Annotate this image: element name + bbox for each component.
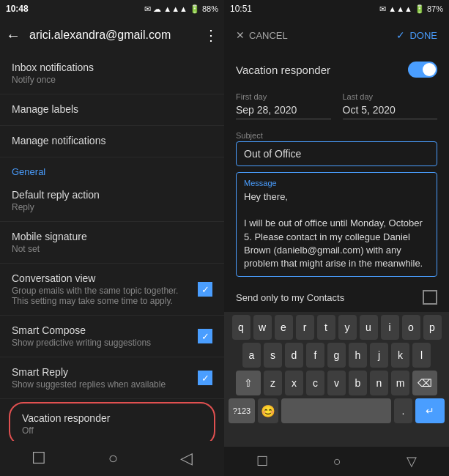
left-panel: 10:48 ✉ ☁ ▲▲▲ 🔋 88% ← arici.alexandra@gm… <box>0 0 224 476</box>
left-nav-circle[interactable]: ○ <box>108 449 118 468</box>
smart-compose-checkbox[interactable]: ✓ <box>198 329 212 343</box>
enter-key[interactable]: ↵ <box>415 398 445 423</box>
space-key[interactable] <box>281 398 391 423</box>
key-f[interactable]: f <box>306 343 324 368</box>
left-status-icons: ✉ ☁ ▲▲▲ 🔋 88% <box>144 4 218 14</box>
smart-reply-checkbox[interactable]: ✓ <box>198 371 212 385</box>
key-a[interactable]: a <box>242 343 261 368</box>
key-d[interactable]: d <box>285 343 303 368</box>
key-s[interactable]: s <box>264 343 282 368</box>
key-z[interactable]: z <box>264 371 282 395</box>
right-nav-circle[interactable]: ○ <box>333 454 341 469</box>
first-day-value: Sep 28, 2020 <box>236 104 331 116</box>
first-day-field[interactable]: First day Sep 28, 2020 <box>236 92 331 119</box>
conversation-view-item[interactable]: Conversation view Group emails with the … <box>0 264 224 316</box>
shift-key[interactable]: ⇧ <box>236 371 261 395</box>
last-day-field[interactable]: Last day Oct 5, 2020 <box>343 92 438 119</box>
subject-label: Subject <box>236 131 437 140</box>
contacts-row: Send only to my Contacts <box>224 283 449 312</box>
key-n[interactable]: n <box>370 371 388 395</box>
cancel-x-icon: ✕ <box>236 29 245 41</box>
manage-labels-item[interactable]: Manage labels <box>0 94 224 126</box>
manage-labels-title: Manage labels <box>12 103 212 115</box>
first-day-label: First day <box>236 92 331 101</box>
key-r[interactable]: r <box>296 315 314 340</box>
key-e[interactable]: e <box>275 315 293 340</box>
right-nav-triangle[interactable]: ▽ <box>407 453 417 469</box>
more-button[interactable]: ⋮ <box>204 26 218 44</box>
conversation-view-text: Conversation view Group emails with the … <box>12 272 198 306</box>
manage-notifications-title: Manage notifications <box>12 135 212 146</box>
key-y[interactable]: y <box>338 315 357 340</box>
cloud-icon: ☁ <box>153 4 161 14</box>
cancel-button[interactable]: ✕ CANCEL <box>236 29 288 41</box>
vacation-responder-item[interactable]: Vacation responder Off <box>9 402 215 441</box>
keyboard-row-1: q w e r t y u i o p <box>226 315 448 340</box>
settings-list: Inbox notifications Notify once Manage l… <box>0 53 224 441</box>
conversation-view-checkbox[interactable]: ✓ <box>198 282 212 297</box>
key-w[interactable]: w <box>253 315 272 340</box>
right-time: 10:51 <box>230 4 252 14</box>
key-k[interactable]: k <box>391 343 409 368</box>
smart-compose-title: Smart Compose <box>12 324 192 336</box>
key-h[interactable]: h <box>349 343 367 368</box>
smart-compose-subtitle: Show predictive writing suggestions <box>12 338 192 348</box>
right-msg-icon: ✉ <box>379 4 386 14</box>
key-o[interactable]: o <box>402 315 420 340</box>
key-x[interactable]: x <box>285 371 303 395</box>
num-key[interactable]: ?123 <box>229 398 255 423</box>
smart-compose-item[interactable]: Smart Compose Show predictive writing su… <box>0 316 224 357</box>
signal-icon: ▲▲▲ <box>163 4 188 13</box>
period-key[interactable]: . <box>394 398 412 423</box>
key-l[interactable]: l <box>412 343 431 368</box>
left-time: 10:48 <box>6 4 29 14</box>
vacation-toggle[interactable] <box>408 62 437 78</box>
smart-reply-item[interactable]: Smart Reply Show suggested replies when … <box>0 357 224 399</box>
keyboard: q w e r t y u i o p a s d f g h j k l ⇧ … <box>224 312 449 447</box>
date-row: First day Sep 28, 2020 Last day Oct 5, 2… <box>224 86 449 125</box>
cancel-label: CANCEL <box>249 30 288 41</box>
right-panel: 10:51 ✉ ▲▲▲ 🔋 87% ✕ CANCEL ✓ DONE Vacati… <box>224 0 449 476</box>
backspace-key[interactable]: ⌫ <box>412 371 437 395</box>
left-nav-square[interactable]: ☐ <box>31 449 46 468</box>
right-toolbar: ✕ CANCEL ✓ DONE <box>224 18 449 53</box>
general-header: General <box>0 157 224 180</box>
vacation-responder-row: Vacation responder <box>224 53 449 86</box>
key-g[interactable]: g <box>327 343 346 368</box>
right-nav-square[interactable]: ☐ <box>256 453 268 469</box>
emoji-key[interactable]: 😊 <box>258 398 278 423</box>
key-q[interactable]: q <box>232 315 251 340</box>
key-j[interactable]: j <box>370 343 388 368</box>
conversation-view-title: Conversation view <box>12 272 192 284</box>
right-status-icons: ✉ ▲▲▲ 🔋 87% <box>379 4 443 14</box>
left-nav-triangle[interactable]: ◁ <box>180 449 193 468</box>
key-p[interactable]: p <box>423 315 442 340</box>
contacts-label: Send only to my Contacts <box>236 292 344 303</box>
key-t[interactable]: t <box>317 315 335 340</box>
key-u[interactable]: u <box>360 315 378 340</box>
last-day-label: Last day <box>343 92 438 101</box>
keyboard-row-3: ⇧ z x c v b n m ⌫ <box>226 371 448 395</box>
done-button[interactable]: ✓ DONE <box>396 29 437 41</box>
smart-compose-text: Smart Compose Show predictive writing su… <box>12 324 198 348</box>
done-label: DONE <box>409 30 437 41</box>
key-c[interactable]: c <box>306 371 324 395</box>
default-reply-item[interactable]: Default reply action Reply <box>0 180 224 222</box>
contacts-checkbox[interactable] <box>423 290 437 305</box>
back-button[interactable]: ← <box>6 27 21 44</box>
right-status-bar: 10:51 ✉ ▲▲▲ 🔋 87% <box>224 0 449 18</box>
key-m[interactable]: m <box>391 371 409 395</box>
mobile-signature-item[interactable]: Mobile signature Not set <box>0 222 224 264</box>
message-text: Hey there,I will be out of office until … <box>244 190 429 270</box>
key-v[interactable]: v <box>327 371 346 395</box>
smart-reply-title: Smart Reply <box>12 366 192 378</box>
key-b[interactable]: b <box>349 371 367 395</box>
left-toolbar: ← arici.alexandra@gmail.com ⋮ <box>0 18 224 53</box>
key-i[interactable]: i <box>381 315 399 340</box>
subject-field[interactable]: Out of Office <box>236 141 437 166</box>
inbox-notifications-item[interactable]: Inbox notifications Notify once <box>0 53 224 94</box>
default-reply-title: Default reply action <box>12 189 212 201</box>
message-box[interactable]: Message Hey there,I will be out of offic… <box>236 172 437 277</box>
manage-notifications-item[interactable]: Manage notifications <box>0 126 224 157</box>
inbox-notifications-title: Inbox notifications <box>12 62 212 73</box>
